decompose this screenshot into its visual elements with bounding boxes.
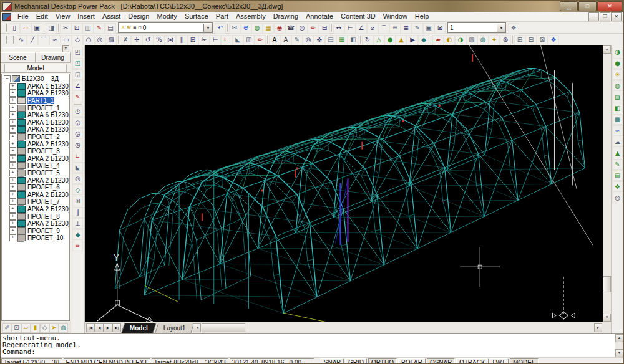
chamfer-3d-button[interactable]: ◣	[72, 162, 83, 173]
table-button[interactable]: ◧	[348, 35, 359, 46]
cut-button[interactable]: ✂	[60, 23, 71, 34]
circle-button[interactable]: ○	[83, 35, 94, 46]
power-copy-button[interactable]: ↻	[362, 35, 373, 46]
render-pref-button[interactable]: ❖	[612, 181, 623, 192]
tree-item-9[interactable]: +АРКА 2 Б1230_3	[2, 140, 69, 148]
edit-text-button[interactable]: ✎	[291, 35, 303, 46]
publish-web-button[interactable]: ◍	[251, 23, 263, 34]
tree-expand-icon[interactable]: +	[9, 213, 16, 220]
dim-chain-button[interactable]: ≣	[401, 23, 412, 34]
background-button[interactable]: ≈	[612, 125, 623, 136]
sheet-button[interactable]: ▤	[325, 35, 336, 46]
polyline-button[interactable]: ∿	[16, 35, 27, 46]
menu-assist[interactable]: Assist	[99, 12, 124, 20]
copy-button[interactable]: ⊡	[71, 23, 82, 34]
browser-world-button[interactable]: ◍	[59, 323, 68, 333]
tree-item-4[interactable]: +ПРОЛЕТ_1	[2, 104, 69, 112]
toolbar-grip[interactable]	[4, 24, 7, 32]
rectangle-button[interactable]: ▭	[61, 35, 72, 46]
panel-close-icon[interactable]: ✕	[62, 46, 69, 52]
tree-item-10[interactable]: +ПРОЛЕТ_3	[2, 148, 69, 155]
sphere-button[interactable]: ●	[384, 35, 396, 46]
tree-expand-icon[interactable]: +	[9, 191, 16, 198]
drawing-file-icon[interactable]	[2, 13, 11, 21]
fog-button[interactable]: ☁	[612, 136, 623, 147]
mdi-minimize-button[interactable]: –	[588, 12, 599, 21]
materials-lib-button[interactable]: ◧	[612, 103, 623, 113]
menu-assembly[interactable]: Assembly	[232, 12, 270, 20]
tab-layout1-sheet[interactable]: Layout1	[155, 323, 194, 333]
star-button[interactable]: ✦	[489, 35, 500, 46]
scale-button[interactable]: %	[154, 35, 165, 46]
tree-item-15[interactable]: +ПРОЛЕТ_6	[2, 184, 69, 191]
point-a-button[interactable]: ◉	[274, 23, 285, 34]
horizontal-scrollbar[interactable]: ◄ ►	[193, 323, 602, 332]
lights-button[interactable]: ☀	[612, 69, 623, 80]
wedge-button[interactable]: ▶	[407, 35, 418, 46]
shade-left-button[interactable]: ◐	[444, 35, 455, 46]
toolbar-grip[interactable]	[11, 36, 14, 44]
dim-break-button[interactable]: ⊠	[434, 23, 446, 34]
polygon-button[interactable]: ◇	[72, 35, 83, 46]
erase-button[interactable]: ✗	[120, 35, 131, 46]
menu-surface[interactable]: Surface	[181, 12, 212, 20]
grid-plus-button[interactable]: ⊞	[514, 35, 525, 46]
matchprop-button[interactable]: ✎	[94, 23, 105, 34]
tree-item-22[interactable]: +ПРОЛЕТ_10	[2, 234, 69, 242]
dim-baseline-button[interactable]: ≡	[389, 23, 401, 34]
arc-button[interactable]: ⌒	[38, 35, 49, 46]
tree-item-2[interactable]: +АРКА 2 Б1230_1	[2, 90, 69, 97]
tree-expand-icon[interactable]: +	[9, 126, 16, 133]
profile-button[interactable]: ∠	[72, 80, 83, 91]
pattern-button[interactable]: ▨	[466, 35, 477, 46]
work-plane-button[interactable]: ∥	[72, 207, 83, 218]
dim-edit-button[interactable]: ✎	[412, 23, 423, 34]
revolve-button[interactable]: ◵	[72, 117, 83, 128]
tree-expand-icon[interactable]: +	[9, 148, 16, 155]
extend-button[interactable]: ⊢	[210, 35, 221, 46]
menu-drawing[interactable]: Drawing	[270, 12, 302, 20]
scroll-up-icon[interactable]: ▲	[603, 46, 611, 54]
tree-item-11[interactable]: +АРКА 2 Б1230_4	[2, 155, 69, 163]
menu-help[interactable]: Help	[411, 12, 433, 20]
tree-expand-icon[interactable]: +	[9, 119, 16, 126]
hyperlink-button[interactable]: ⊕	[240, 23, 251, 34]
db-connect-button[interactable]: ⊟	[319, 23, 330, 34]
power-dim-button[interactable]: ↔	[333, 23, 344, 34]
render-region-button[interactable]: ●	[612, 58, 623, 69]
dim-arc-button[interactable]: ⌒	[378, 23, 389, 34]
browser-link-button[interactable]: ✐	[2, 323, 12, 333]
undo-button[interactable]: ↶	[215, 23, 226, 34]
tree-item-17[interactable]: +ПРОЛЕТ_7	[2, 198, 69, 206]
browser-assembly-button[interactable]: ⊡	[12, 323, 21, 333]
part-edit-button[interactable]: ▰	[432, 35, 444, 46]
landscape-edit-button[interactable]: ✎	[612, 159, 623, 170]
tab-model[interactable]: Model	[4, 64, 67, 72]
browser-folder-button[interactable]: ▱	[21, 323, 31, 333]
tree-item-8[interactable]: +ПРОЛЕТ_2	[2, 133, 69, 141]
tree-item-19[interactable]: +ПРОЛЕТ_8	[2, 213, 69, 220]
grid-minus-button[interactable]: ⊟	[525, 35, 537, 46]
menu-view[interactable]: View	[52, 12, 74, 20]
tree-expand-icon[interactable]: +	[9, 198, 16, 205]
zoom-button[interactable]: ◎	[303, 35, 314, 46]
paste-button[interactable]: ◫	[82, 23, 94, 34]
tree-expand-icon[interactable]: +	[9, 141, 16, 148]
scenes-button[interactable]: ◍	[612, 80, 623, 91]
bom-button[interactable]: ▦	[336, 35, 348, 46]
browser-update-button[interactable]: ◇	[40, 323, 49, 333]
tree-item-13[interactable]: +ПРОЛЕТ_5	[2, 170, 69, 177]
statistics-button[interactable]: ◎	[612, 193, 623, 203]
trim-button[interactable]: ✁	[198, 35, 210, 46]
browser-table-button[interactable]: ▮	[31, 323, 40, 333]
tree-item-12[interactable]: +ПРОЛЕТ_4	[2, 162, 69, 170]
tree-item-16[interactable]: +АРКА 2 Б1230_7	[2, 191, 69, 199]
save-button[interactable]: ▣	[31, 23, 42, 34]
render-button[interactable]: ◑	[612, 47, 623, 57]
fillet-3d-button[interactable]: ∟	[72, 151, 83, 161]
toolbar-grip[interactable]	[4, 36, 7, 44]
horizontal-scroll-thumb[interactable]	[202, 323, 245, 332]
tab-drawing[interactable]: Drawing	[36, 52, 71, 62]
command-scroll-down-icon[interactable]: ▼	[615, 349, 623, 357]
tab-model-sheet[interactable]: Model	[121, 323, 156, 333]
